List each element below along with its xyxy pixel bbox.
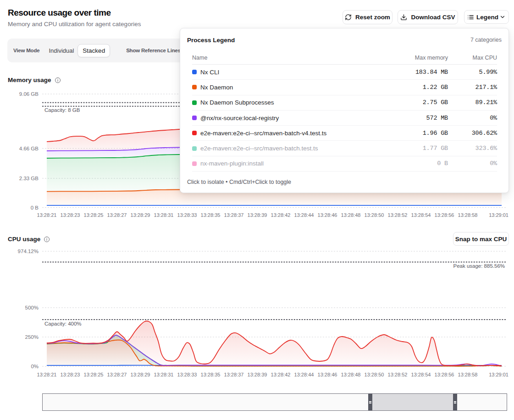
svg-text:13:28:50: 13:28:50 — [365, 372, 384, 377]
svg-text:13:29:01: 13:29:01 — [489, 372, 508, 377]
svg-text:13:28:48: 13:28:48 — [341, 212, 361, 218]
svg-text:500%: 500% — [25, 305, 39, 310]
svg-text:Capacity: 400%: Capacity: 400% — [44, 321, 82, 326]
svg-text:13:28:44: 13:28:44 — [294, 372, 314, 377]
svg-text:13:28:27: 13:28:27 — [107, 212, 127, 218]
svg-text:13:28:29: 13:28:29 — [131, 212, 150, 218]
svg-text:13:28:25: 13:28:25 — [84, 372, 104, 377]
svg-text:13:28:54: 13:28:54 — [411, 372, 431, 377]
svg-text:13:28:39: 13:28:39 — [248, 372, 267, 377]
svg-text:2.33 GB: 2.33 GB — [19, 176, 39, 181]
svg-text:13:28:39: 13:28:39 — [248, 212, 267, 218]
svg-text:250%: 250% — [25, 334, 39, 340]
svg-text:13:28:31: 13:28:31 — [154, 372, 174, 377]
svg-text:13:28:37: 13:28:37 — [224, 372, 244, 377]
svg-text:13:28:33: 13:28:33 — [177, 212, 197, 218]
svg-text:13:28:56: 13:28:56 — [435, 212, 454, 218]
svg-text:13:28:37: 13:28:37 — [224, 212, 244, 218]
svg-text:974.12%: 974.12% — [18, 249, 39, 254]
svg-text:9.06 GB: 9.06 GB — [19, 91, 39, 97]
svg-text:13:28:33: 13:28:33 — [177, 372, 197, 377]
svg-text:13:28:56: 13:28:56 — [435, 372, 454, 377]
svg-text:13:28:23: 13:28:23 — [61, 372, 80, 377]
svg-text:Capacity: 8 GB: Capacity: 8 GB — [44, 107, 80, 113]
svg-text:13:28:46: 13:28:46 — [318, 372, 337, 377]
svg-text:13:28:52: 13:28:52 — [388, 372, 408, 377]
svg-text:0 B: 0 B — [31, 205, 39, 210]
svg-text:13:28:46: 13:28:46 — [318, 212, 337, 218]
svg-text:13:28:50: 13:28:50 — [365, 212, 384, 218]
svg-text:13:28:52: 13:28:52 — [388, 212, 408, 218]
svg-text:13:28:21: 13:28:21 — [37, 372, 57, 377]
svg-text:Peak usage: 885.56%: Peak usage: 885.56% — [453, 263, 505, 269]
svg-text:13:28:58: 13:28:58 — [458, 212, 478, 218]
svg-text:13:28:23: 13:28:23 — [61, 212, 80, 218]
svg-text:13:28:44: 13:28:44 — [294, 212, 314, 218]
svg-text:13:28:31: 13:28:31 — [154, 212, 174, 218]
svg-text:13:28:54: 13:28:54 — [411, 212, 431, 218]
svg-text:13:28:42: 13:28:42 — [271, 212, 291, 218]
svg-text:13:28:48: 13:28:48 — [341, 372, 361, 377]
svg-text:4.66 GB: 4.66 GB — [19, 146, 39, 151]
svg-text:13:29:01: 13:29:01 — [489, 212, 508, 218]
svg-text:13:28:42: 13:28:42 — [271, 372, 291, 377]
svg-text:13:28:35: 13:28:35 — [201, 212, 221, 218]
svg-text:13:28:25: 13:28:25 — [84, 212, 104, 218]
svg-text:13:28:21: 13:28:21 — [37, 212, 57, 218]
svg-text:13:28:29: 13:28:29 — [131, 372, 150, 377]
svg-text:13:28:27: 13:28:27 — [107, 372, 127, 377]
svg-text:13:28:58: 13:28:58 — [458, 372, 478, 377]
svg-text:13:28:35: 13:28:35 — [201, 372, 221, 377]
svg-text:0%: 0% — [31, 364, 39, 369]
